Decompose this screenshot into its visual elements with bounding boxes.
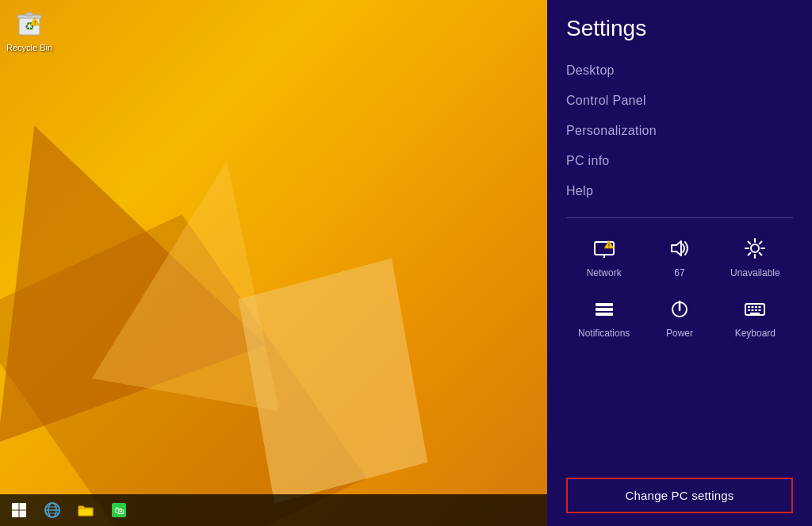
svg-line-31 [760,242,762,244]
settings-panel: Settings Desktop Control Panel Personali… [547,0,812,526]
settings-divider [566,217,793,218]
svg-line-32 [749,253,751,255]
svg-line-30 [760,253,762,255]
settings-menu: Desktop Control Panel Personalization PC… [566,56,793,206]
keyboard-icon [744,298,766,323]
svg-rect-46 [759,309,761,311]
svg-rect-2 [25,13,33,16]
power-label: Power [666,328,693,339]
store-button[interactable]: 🛍 [103,496,135,524]
windows-logo-icon [11,502,27,518]
settings-item-pc-info[interactable]: PC info [566,146,793,176]
svg-rect-39 [748,306,750,308]
keyboard-label: Keyboard [735,328,776,339]
svg-text:🛍: 🛍 [114,505,124,516]
folder-icon [77,501,94,519]
svg-rect-40 [752,306,754,308]
taskbar: 🛍 [0,494,547,526]
brightness-icon-item[interactable]: Unavailable [718,231,793,285]
svg-text:!: ! [34,19,36,26]
network-icon: ! [593,237,615,263]
power-icon-item[interactable]: Power [642,291,717,345]
volume-icon [668,237,691,263]
svg-rect-33 [596,303,613,306]
store-icon: 🛍 [110,501,128,519]
svg-point-24 [751,244,759,252]
network-label: Network [587,267,622,278]
change-pc-settings-button[interactable]: Change PC settings [566,478,793,513]
notifications-icon-item[interactable]: Notifications [566,291,642,345]
recycle-bin-label: Recycle Bin [6,43,52,52]
recycle-bin-icon[interactable]: ♻ ! Recycle Bin [6,6,52,52]
settings-item-desktop[interactable]: Desktop [566,56,793,86]
svg-rect-35 [596,313,613,316]
network-icon-item[interactable]: ! Network [566,231,642,285]
settings-title: Settings [566,16,793,41]
file-manager-button[interactable] [70,496,102,524]
desktop: ♻ ! Recycle Bin [0,0,547,526]
power-icon [668,298,691,323]
ie-icon [44,501,61,519]
svg-line-29 [749,242,751,244]
svg-rect-34 [596,308,613,311]
volume-label: 67 [674,267,684,278]
svg-rect-8 [12,511,19,518]
svg-rect-15 [79,509,93,516]
settings-item-help[interactable]: Help [566,176,793,206]
svg-rect-44 [752,309,754,311]
svg-rect-42 [759,306,761,308]
settings-icons-grid: ! Network 67 [566,231,793,345]
settings-item-control-panel[interactable]: Control Panel [566,86,793,116]
ie-button[interactable] [36,496,68,524]
notifications-icon [593,298,615,323]
svg-text:!: ! [607,243,609,248]
notifications-label: Notifications [578,328,630,339]
svg-rect-7 [20,503,27,510]
svg-marker-23 [672,241,681,255]
start-button[interactable] [3,496,35,524]
svg-rect-43 [748,309,750,311]
svg-rect-6 [12,503,19,510]
svg-rect-45 [755,309,757,311]
keyboard-icon-item[interactable]: Keyboard [718,291,793,345]
svg-rect-41 [755,306,757,308]
svg-rect-9 [20,511,27,518]
svg-rect-47 [750,313,760,314]
settings-item-personalization[interactable]: Personalization [566,116,793,146]
brightness-icon [744,237,766,263]
recycle-bin-graphic: ♻ ! [13,6,46,40]
volume-icon-item[interactable]: 67 [642,231,717,285]
brightness-label: Unavailable [730,267,780,278]
